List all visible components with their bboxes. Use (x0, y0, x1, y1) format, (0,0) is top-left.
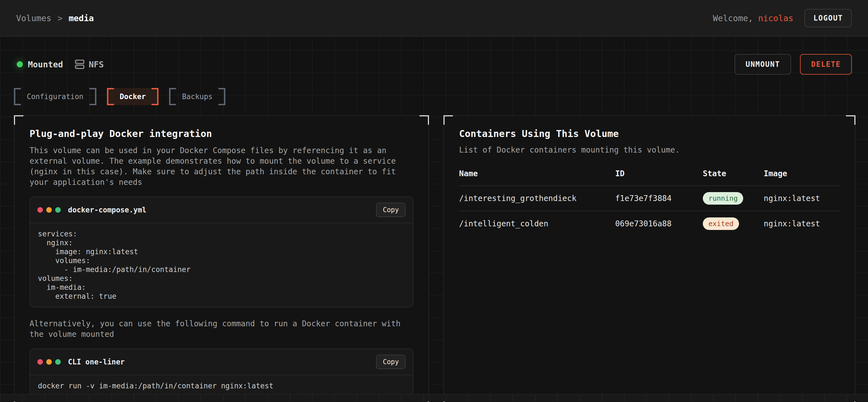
traffic-lights-icon (37, 359, 61, 365)
breadcrumb: Volumes > media (16, 13, 94, 23)
traffic-amber-icon (46, 359, 52, 365)
table-row: /intelligent_colden 069e73016a88 exited … (459, 211, 840, 236)
server-icon (75, 59, 85, 69)
cli-code-body: docker run -v im-media:/path/in/containe… (30, 375, 413, 396)
corner-bracket (443, 115, 453, 125)
cli-title: CLI one-liner (68, 358, 376, 366)
volume-actions: UNMOUNT DELETE (735, 54, 852, 75)
code-line: im-media: (38, 283, 405, 292)
cli-copy-button[interactable]: Copy (376, 355, 406, 369)
traffic-green-icon (55, 359, 61, 365)
container-name: /intelligent_colden (459, 211, 615, 236)
tab-backups[interactable]: Backups (169, 88, 225, 105)
breadcrumb-volumes-link[interactable]: Volumes (16, 13, 51, 23)
corner-bracket (420, 115, 429, 125)
column-header-state: State (703, 169, 764, 186)
container-id: 069e73016a88 (615, 211, 703, 236)
docker-panel-title: Plug-and-play Docker integration (30, 128, 413, 139)
code-line: nginx: (38, 238, 405, 247)
compose-code-block: docker-compose.yml Copy services: nginx:… (30, 197, 413, 307)
table-header-row: Name ID State Image (459, 169, 840, 186)
containers-table: Name ID State Image /interesting_grothen… (459, 169, 840, 236)
compose-code-body: services: nginx: image: nginx:latest vol… (30, 223, 413, 307)
state-badge: exited (703, 217, 739, 230)
traffic-red-icon (37, 207, 43, 213)
containers-panel: Containers Using This Volume List of Doc… (443, 115, 856, 402)
column-header-id: ID (615, 169, 703, 186)
mounted-status-dot-icon (17, 61, 23, 67)
code-line: - im-media:/path/in/container (38, 265, 405, 274)
driver-type-label: NFS (89, 60, 104, 69)
status-row: Mounted NFS UNMOUNT DELETE (0, 37, 868, 75)
container-name: /interesting_grothendieck (459, 186, 615, 211)
tab-bar: Configuration Docker Backups (14, 88, 868, 105)
containers-panel-subtitle: List of Docker containers mounting this … (459, 145, 840, 155)
mounted-status-label: Mounted (28, 60, 63, 69)
welcome-text: Welcome, nicolas (713, 13, 793, 23)
tab-configuration[interactable]: Configuration (14, 88, 96, 105)
table-row: /interesting_grothendieck f1e73e7f3884 r… (459, 186, 840, 211)
column-header-image: Image (764, 169, 840, 186)
code-line: volumes: (38, 274, 405, 283)
traffic-lights-icon (37, 207, 61, 213)
compose-copy-button[interactable]: Copy (376, 203, 406, 217)
code-line: docker run -v im-media:/path/in/containe… (38, 381, 405, 390)
code-line: external: true (38, 292, 405, 301)
code-line: volumes: (38, 256, 405, 265)
traffic-red-icon (37, 359, 43, 365)
code-line: services: (38, 229, 405, 238)
docker-integration-panel: Plug-and-play Docker integration This vo… (14, 115, 429, 402)
corner-bracket (846, 115, 856, 125)
traffic-green-icon (55, 207, 61, 213)
column-header-name: Name (459, 169, 615, 186)
cli-intro-text: Alternatively, you can use the following… (30, 319, 413, 340)
docker-panel-description: This volume can be used in your Docker C… (30, 145, 413, 188)
container-image: nginx:latest (764, 186, 840, 211)
container-image: nginx:latest (764, 211, 840, 236)
bottom-edge-strip (0, 394, 868, 401)
chevron-right-icon: > (57, 13, 62, 23)
cli-code-header: CLI one-liner Copy (30, 349, 413, 375)
containers-panel-title: Containers Using This Volume (459, 128, 840, 139)
logout-button[interactable]: LOGOUT (805, 9, 852, 27)
compose-filename: docker-compose.yml (68, 206, 376, 214)
state-badge: running (703, 192, 743, 205)
main-content: Mounted NFS UNMOUNT DELETE Configuration… (0, 37, 868, 401)
welcome-prefix: Welcome, (713, 13, 758, 23)
top-bar: Volumes > media Welcome, nicolas LOGOUT (0, 0, 868, 37)
cli-code-block: CLI one-liner Copy docker run -v im-medi… (30, 348, 413, 397)
unmount-button[interactable]: UNMOUNT (735, 54, 792, 75)
container-id: f1e73e7f3884 (615, 186, 703, 211)
corner-bracket (14, 115, 23, 125)
tab-docker[interactable]: Docker (107, 88, 159, 105)
breadcrumb-current-volume: media (69, 13, 94, 23)
compose-code-header: docker-compose.yml Copy (30, 197, 413, 223)
panels-row: Plug-and-play Docker integration This vo… (14, 115, 856, 402)
delete-button[interactable]: DELETE (800, 54, 852, 75)
code-line: image: nginx:latest (38, 247, 405, 256)
top-bar-right: Welcome, nicolas LOGOUT (713, 9, 852, 27)
username: nicolas (758, 13, 793, 23)
traffic-amber-icon (46, 207, 52, 213)
